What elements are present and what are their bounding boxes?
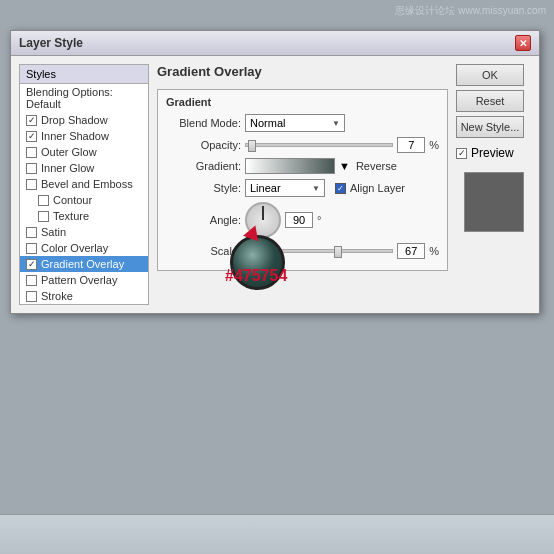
stroke-label: Stroke (41, 290, 73, 302)
blend-mode-row: Blend Mode: Normal ▼ (166, 114, 439, 132)
drop-shadow-checkbox[interactable] (26, 115, 37, 126)
new-style-button[interactable]: New Style... (456, 116, 524, 138)
sidebar-item-satin[interactable]: Satin (20, 224, 148, 240)
drop-shadow-label: Drop Shadow (41, 114, 108, 126)
ok-button[interactable]: OK (456, 64, 524, 86)
sidebar-item-inner-glow[interactable]: Inner Glow (20, 160, 148, 176)
sidebar-item-pattern-overlay[interactable]: Pattern Overlay (20, 272, 148, 288)
gradient-section-title: Gradient (166, 96, 439, 108)
dialog-title: Layer Style (19, 36, 83, 50)
pattern-overlay-checkbox[interactable] (26, 275, 37, 286)
preview-row: Preview (456, 146, 531, 160)
blend-mode-value: Normal (250, 117, 285, 129)
inner-shadow-label: Inner Shadow (41, 130, 109, 142)
color-overlay-checkbox[interactable] (26, 243, 37, 254)
degree-symbol: ° (317, 214, 321, 226)
scale-slider-thumb[interactable] (334, 246, 342, 258)
gradient-section: Gradient Blend Mode: Normal ▼ Opacity: (157, 89, 448, 271)
opacity-row: Opacity: 7 % (166, 137, 439, 153)
sidebar-item-bevel-emboss[interactable]: Bevel and Emboss (20, 176, 148, 192)
reverse-label: Reverse (356, 160, 397, 172)
sidebar-item-blending-options[interactable]: Blending Options: Default (20, 84, 148, 112)
satin-checkbox[interactable] (26, 227, 37, 238)
sidebar-item-texture[interactable]: Texture (20, 208, 148, 224)
sidebar-item-outer-glow[interactable]: Outer Glow (20, 144, 148, 160)
gradient-overlay-label: Gradient Overlay (41, 258, 124, 270)
blend-mode-label: Blend Mode: (166, 117, 241, 129)
style-dropdown[interactable]: Linear ▼ (245, 179, 325, 197)
style-arrow-icon: ▼ (312, 184, 320, 193)
close-button[interactable]: ✕ (515, 35, 531, 51)
angle-line-indicator (262, 206, 264, 220)
inner-shadow-checkbox[interactable] (26, 131, 37, 142)
color-overlay-label: Color Overlay (41, 242, 108, 254)
style-row: Style: Linear ▼ Align Layer (166, 179, 439, 197)
gradient-preview[interactable] (245, 158, 335, 174)
opacity-slider[interactable] (245, 143, 393, 147)
opacity-slider-thumb[interactable] (248, 140, 256, 152)
gradient-row: Gradient: ▼ Reverse (166, 158, 439, 174)
sidebar-item-color-overlay[interactable]: Color Overlay (20, 240, 148, 256)
texture-checkbox[interactable] (38, 211, 49, 222)
satin-label: Satin (41, 226, 66, 238)
right-panel: OK Reset New Style... Preview (456, 64, 531, 305)
inner-glow-checkbox[interactable] (26, 163, 37, 174)
sidebar-header: Styles (20, 65, 148, 84)
watermark-text: 思缘设计论坛 www.missyuan.com (395, 4, 546, 18)
gradient-label: Gradient: (166, 160, 241, 172)
texture-label: Texture (53, 210, 89, 222)
opacity-percent: % (429, 139, 439, 151)
opacity-value[interactable]: 7 (397, 137, 425, 153)
pattern-overlay-label: Pattern Overlay (41, 274, 117, 286)
reset-button[interactable]: Reset (456, 90, 524, 112)
stroke-checkbox[interactable] (26, 291, 37, 302)
scale-value[interactable]: 67 (397, 243, 425, 259)
blend-mode-arrow-icon: ▼ (332, 119, 340, 128)
align-label: Align Layer (350, 182, 405, 194)
gradient-dropdown-arrow[interactable]: ▼ (339, 160, 350, 172)
contour-checkbox[interactable] (38, 195, 49, 206)
preview-box (464, 172, 524, 232)
angle-row: Angle: 90 ° (166, 202, 439, 238)
opacity-slider-container: 7 % (245, 137, 439, 153)
main-panel: Gradient Overlay Gradient Blend Mode: No… (157, 64, 448, 305)
style-label: Style: (166, 182, 241, 194)
scale-row: Scale: 67 % (166, 243, 439, 259)
color-hex-label: #475754 (225, 267, 287, 285)
bevel-emboss-checkbox[interactable] (26, 179, 37, 190)
gradient-overlay-checkbox[interactable] (26, 259, 37, 270)
blend-mode-dropdown[interactable]: Normal ▼ (245, 114, 345, 132)
angle-label: Angle: (166, 214, 241, 226)
sidebar-item-inner-shadow[interactable]: Inner Shadow (20, 128, 148, 144)
style-value: Linear (250, 182, 281, 194)
sidebar-item-drop-shadow[interactable]: Drop Shadow (20, 112, 148, 128)
sidebar-item-stroke[interactable]: Stroke (20, 288, 148, 304)
opacity-label: Opacity: (166, 139, 241, 151)
blending-options-label: Blending Options: Default (26, 86, 142, 110)
preview-label: Preview (471, 146, 514, 160)
sidebar-item-contour[interactable]: Contour (20, 192, 148, 208)
dialog-titlebar: Layer Style ✕ (11, 31, 539, 56)
angle-value[interactable]: 90 (285, 212, 313, 228)
color-tooltip-overlay: #475754 (230, 235, 285, 293)
outer-glow-checkbox[interactable] (26, 147, 37, 158)
align-checkbox[interactable] (335, 183, 346, 194)
preview-checkbox[interactable] (456, 148, 467, 159)
sidebar: Styles Blending Options: Default Drop Sh… (19, 64, 149, 305)
outer-glow-label: Outer Glow (41, 146, 97, 158)
inner-glow-label: Inner Glow (41, 162, 94, 174)
scale-percent: % (429, 245, 439, 257)
bevel-emboss-label: Bevel and Emboss (41, 178, 133, 190)
taskbar (0, 514, 554, 554)
section-title: Gradient Overlay (157, 64, 448, 79)
contour-label: Contour (53, 194, 92, 206)
sidebar-item-gradient-overlay[interactable]: Gradient Overlay (20, 256, 148, 272)
